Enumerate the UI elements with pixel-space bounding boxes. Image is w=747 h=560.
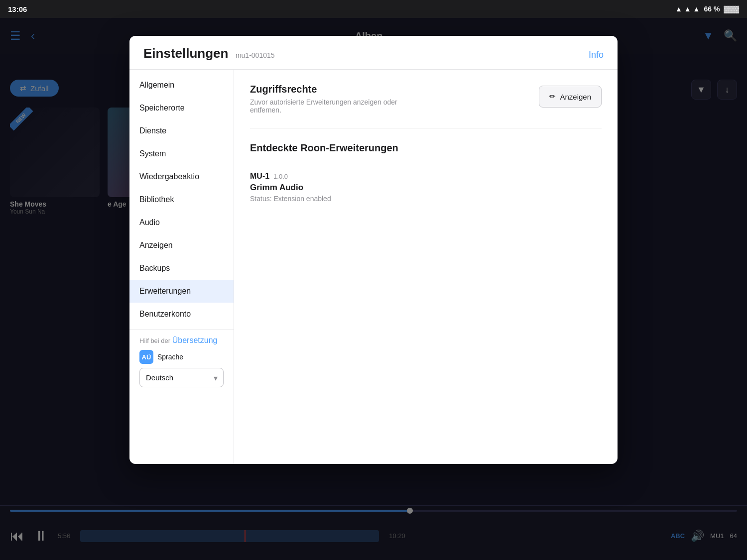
- settings-title: Einstellungen: [143, 46, 228, 61]
- status-time: 13:06: [8, 5, 27, 13]
- zugriffsrechte-description: Zuvor autorisierte Erweiterungen anzeige…: [250, 98, 529, 114]
- sidebar-bottom: Hilf bei der Übersetzung AÜ Sprache Deut…: [129, 330, 234, 393]
- sidebar-item-wiedergabeaktionen[interactable]: Wiedergabeaktio: [129, 165, 234, 188]
- settings-header: Einstellungen mu1-001015 Info: [129, 36, 618, 70]
- language-select[interactable]: Deutsch: [139, 368, 224, 387]
- zugriffsrechte-title: Zugriffsrechte: [250, 84, 529, 95]
- extension-card: MU-1 1.0.0 Grimm Audio Status: Extension…: [250, 164, 602, 211]
- extension-name: MU-1: [250, 172, 269, 181]
- settings-body: Allgemein Speicherorte Dienste System Wi…: [129, 70, 618, 464]
- status-bar: 13:06 ▲ ▲ ▲ 66 % ▓▓▓: [0, 0, 747, 18]
- extension-status: Status: Extension enabled: [250, 195, 602, 203]
- extension-version: 1.0.0: [273, 173, 288, 180]
- sidebar-item-bibliothek[interactable]: Bibliothek: [129, 188, 234, 211]
- anzeigen-button[interactable]: ✏ Anzeigen: [539, 86, 602, 108]
- sidebar-item-erweiterungen[interactable]: Erweiterungen: [129, 280, 234, 303]
- sidebar-help-row: Hilf bei der Übersetzung: [139, 336, 224, 345]
- language-row: AÜ Sprache: [139, 350, 224, 364]
- modal-overlay: Einstellungen mu1-001015 Info Allgemein …: [0, 18, 747, 560]
- sidebar-item-anzeigen[interactable]: Anzeigen: [129, 234, 234, 257]
- language-select-wrapper: Deutsch: [139, 368, 224, 387]
- info-link[interactable]: Info: [589, 50, 604, 60]
- battery-percentage: 66 %: [704, 5, 720, 13]
- battery-icon: ▓▓▓: [724, 5, 739, 13]
- settings-subtitle: mu1-001015: [236, 51, 275, 59]
- sidebar-item-audio[interactable]: Audio: [129, 211, 234, 234]
- sidebar-item-backups[interactable]: Backups: [129, 257, 234, 280]
- settings-content: Zugriffsrechte Zuvor autorisierte Erweit…: [234, 70, 618, 464]
- app-background: ☰ ‹ Alben ▼ 🔍 ⇄ Zufall ▼ ↓ NEW She Moves…: [0, 18, 747, 560]
- language-icon: AÜ: [139, 350, 153, 364]
- sidebar-item-system[interactable]: System: [129, 142, 234, 165]
- language-label: Sprache: [157, 353, 183, 361]
- extension-developer: Grimm Audio: [250, 183, 602, 193]
- sidebar-item-allgemein[interactable]: Allgemein: [129, 74, 234, 97]
- sidebar-item-speicherorte[interactable]: Speicherorte: [129, 97, 234, 119]
- settings-sidebar: Allgemein Speicherorte Dienste System Wi…: [129, 70, 234, 464]
- settings-modal: Einstellungen mu1-001015 Info Allgemein …: [129, 36, 618, 464]
- settings-title-group: Einstellungen mu1-001015: [143, 46, 275, 61]
- sidebar-help-link[interactable]: Übersetzung: [172, 336, 218, 344]
- status-value: Extension enabled: [273, 195, 331, 203]
- sidebar-item-dienste[interactable]: Dienste: [129, 119, 234, 142]
- anzeigen-label: Anzeigen: [560, 93, 591, 101]
- status-label: Status:: [250, 195, 272, 203]
- extension-name-row: MU-1 1.0.0: [250, 172, 602, 181]
- anzeigen-icon: ✏: [549, 92, 556, 101]
- wifi-icon: ▲ ▲ ▲: [675, 5, 700, 13]
- entdeckte-title: Entdeckte Roon-Erweiterungen: [250, 142, 602, 154]
- zugriffsrechte-text: Zugriffsrechte Zuvor autorisierte Erweit…: [250, 84, 529, 116]
- sidebar-item-benutzerkonto[interactable]: Benutzerkonto: [129, 303, 234, 326]
- zugriffsrechte-section: Zugriffsrechte Zuvor autorisierte Erweit…: [250, 84, 602, 128]
- sidebar-help-text: Hilf bei der: [139, 337, 172, 344]
